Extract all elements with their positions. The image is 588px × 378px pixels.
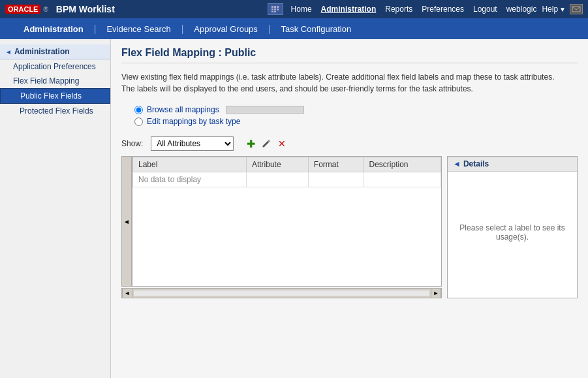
empty-cell-3: [364, 172, 441, 187]
svg-rect-5: [277, 8, 279, 10]
top-nav: Home Administration Reports Preferences …: [287, 3, 583, 15]
sidebar-item-app-prefs[interactable]: Application Preferences: [0, 59, 110, 74]
col-format: Format: [308, 157, 364, 172]
data-table: Label Attribute Format Description No da…: [132, 157, 441, 187]
nav-evidence-search-tab[interactable]: Evidence Search: [96, 18, 181, 39]
empty-cell-2: [308, 172, 364, 187]
table-scroll-left-arrow[interactable]: ◄: [121, 156, 132, 287]
table-body: No data to display: [133, 172, 441, 187]
horizontal-scrollbar[interactable]: ◄ ►: [121, 288, 442, 298]
radio-edit-by-type-label: Edit mappings by task type: [147, 117, 240, 126]
radio-browse-all-input[interactable]: [134, 106, 143, 114]
content-area: Flex Field Mapping : Public View existin…: [111, 39, 588, 378]
table-with-arrow: ◄ Label Attribute Format Description: [121, 156, 442, 287]
table-header: Label Attribute Format Description: [133, 157, 441, 172]
radio-edit-by-type: Edit mappings by task type: [134, 117, 578, 126]
app-title: BPM Worklist: [56, 4, 115, 14]
second-nav-bar: Administration | Evidence Search | Appro…: [0, 18, 588, 39]
col-description: Description: [364, 157, 441, 172]
message-icon[interactable]: [570, 4, 583, 14]
details-header-label: Details: [463, 159, 489, 168]
nav-approval-groups-tab[interactable]: Approval Groups: [183, 18, 268, 39]
show-select[interactable]: All Attributes String Attributes Number …: [151, 136, 234, 151]
scrollbar-right-btn[interactable]: ►: [431, 288, 441, 298]
sidebar-section-header: ◄ Administration: [0, 44, 110, 59]
toolbar-icons: ✚ ✕: [244, 137, 288, 150]
details-body: Please select a label to see its usage(s…: [448, 172, 577, 293]
nav-preferences[interactable]: Preferences: [418, 3, 468, 15]
nav-home[interactable]: Home: [287, 3, 316, 15]
nav-user[interactable]: weblogic: [503, 3, 541, 15]
scrollbar-track[interactable]: [134, 291, 429, 296]
sidebar: ◄ Administration Application Preferences…: [0, 39, 111, 378]
sidebar-triangle-icon: ◄: [5, 48, 12, 55]
envelope-icon: [572, 6, 581, 12]
no-data-row: No data to display: [133, 172, 441, 187]
help-button[interactable]: Help ▼: [542, 5, 566, 14]
details-panel: ◄ Details Please select a label to see i…: [447, 156, 578, 298]
description-line1: View existing flex field mappings (i.e. …: [121, 72, 554, 82]
radio-browse-all: Browse all mappings: [134, 105, 578, 114]
radio-edit-by-type-input[interactable]: [134, 118, 143, 126]
nav-administration[interactable]: Administration: [317, 3, 380, 15]
nav-logout[interactable]: Logout: [469, 3, 501, 15]
oracle-logo: ORACLE ®: [5, 5, 50, 14]
oracle-text: ORACLE: [5, 5, 40, 14]
page-title: Flex Field Mapping : Public: [121, 47, 578, 63]
nav-administration-tab[interactable]: Administration: [13, 18, 94, 39]
toolbar-row: Show: All Attributes String Attributes N…: [121, 136, 578, 151]
add-button[interactable]: ✚: [244, 137, 257, 150]
top-bar: ORACLE ® BPM Worklist Home Administratio…: [0, 0, 588, 18]
details-placeholder-text: Please select a label to see its usage(s…: [456, 223, 569, 242]
details-triangle-icon: ◄: [453, 159, 461, 168]
svg-rect-3: [271, 8, 273, 10]
table-panel: ◄ Label Attribute Format Description: [121, 156, 578, 298]
help-chevron-icon: ▼: [559, 6, 566, 13]
show-label: Show:: [121, 139, 143, 148]
sidebar-section-label: Administration: [14, 47, 70, 56]
svg-rect-0: [271, 6, 273, 8]
edit-button[interactable]: [260, 137, 273, 150]
svg-rect-7: [274, 11, 276, 12]
col-label: Label: [133, 157, 247, 172]
delete-button[interactable]: ✕: [275, 137, 288, 150]
svg-rect-4: [274, 8, 276, 10]
table-with-scroll: ◄ Label Attribute Format Description: [121, 156, 442, 298]
empty-cell-1: [246, 172, 308, 187]
pencil-icon: [261, 138, 271, 149]
grid-icon: [271, 5, 280, 13]
nav-reports[interactable]: Reports: [381, 3, 416, 15]
radio-browse-all-label: Browse all mappings: [147, 105, 219, 114]
browse-all-input-field: [226, 106, 304, 114]
no-data-cell: No data to display: [133, 172, 247, 187]
sidebar-item-flex-mapping[interactable]: Flex Field Mapping: [0, 74, 110, 88]
main-container: ◄ Administration Application Preferences…: [0, 39, 588, 378]
sidebar-item-public-flex[interactable]: Public Flex Fields: [0, 88, 110, 104]
details-header: ◄ Details: [448, 157, 577, 172]
svg-rect-2: [277, 6, 279, 8]
sidebar-item-protected-flex[interactable]: Protected Flex Fields: [0, 104, 110, 118]
nav-task-configuration-tab[interactable]: Task Configuration: [271, 18, 362, 39]
col-attribute: Attribute: [246, 157, 308, 172]
description-line2: The labels will be displayed to the end …: [121, 84, 473, 93]
description: View existing flex field mappings (i.e. …: [121, 71, 578, 95]
scrollbar-left-btn[interactable]: ◄: [122, 288, 132, 298]
svg-rect-6: [271, 11, 273, 12]
svg-rect-1: [274, 6, 276, 8]
nav-icon[interactable]: [268, 3, 283, 15]
logo-separator: ®: [43, 6, 48, 13]
table-container: Label Attribute Format Description No da…: [132, 156, 442, 287]
radio-group: Browse all mappings Edit mappings by tas…: [121, 105, 578, 126]
